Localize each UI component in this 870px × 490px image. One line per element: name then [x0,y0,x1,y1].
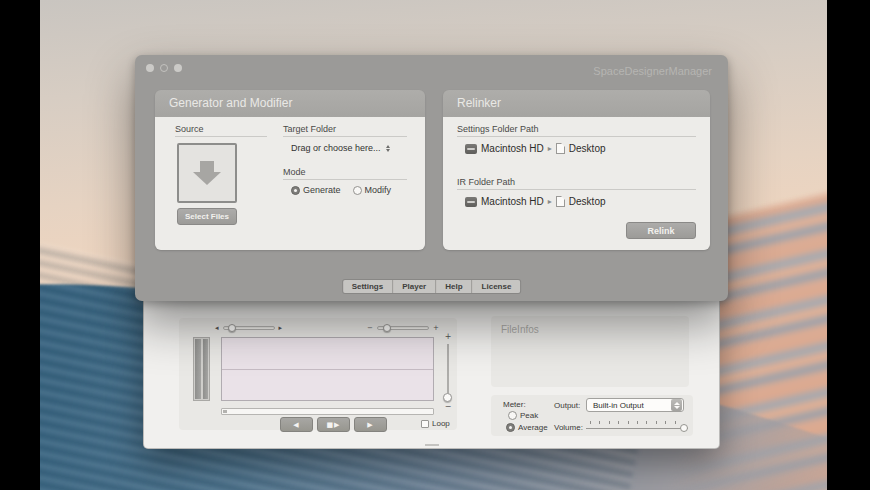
pan-slider[interactable]: ◂ ▸ [215,323,282,333]
pan-left-icon: ◂ [215,323,219,333]
relink-button[interactable]: Relink [626,222,696,239]
source-drop-zone[interactable] [177,143,237,203]
loop-label: Loop [432,419,450,428]
modify-radio[interactable] [353,186,362,195]
peak-radio[interactable] [508,411,517,420]
zoom-minus-icon: − [367,323,373,333]
generator-panel-body: Source Select Files Target Folder Drag o… [155,117,425,250]
tab-license[interactable]: License [473,280,521,293]
level-meter-bar [195,339,201,399]
ir-folder-path-label: IR Folder Path [457,177,515,187]
generate-radio[interactable] [291,186,300,195]
transport-controls: ◀ ■▶ ▶ [280,417,387,432]
player-controls-group: ◂ ▸ − + + − ◀ ■▶ ▶ [179,318,457,430]
player-window: ◂ ▸ − + + − ◀ ■▶ ▶ [143,295,720,449]
vertical-minus-icon: − [441,403,455,411]
output-value: Built-in Output [587,401,671,410]
audio-settings-group: Meter: Peak Average Output: Built-in Out… [491,395,693,436]
loop-checkbox[interactable] [421,420,429,428]
peak-label: Peak [520,411,538,420]
down-arrow-icon [200,161,214,172]
settings-folder-path-crumb[interactable]: Macintosh HD ▸ Desktop [465,143,606,154]
folder-doc-icon [556,196,565,207]
tab-settings[interactable]: Settings [343,280,394,293]
target-folder-value: Drag or choose here... [291,143,381,153]
folder-doc-icon [556,143,565,154]
zoom-slider-track[interactable] [377,326,429,330]
dropdown-stepper-icon [671,399,682,411]
waveform-scrollbar[interactable] [221,408,434,415]
relinker-panel-body: Settings Folder Path Macintosh HD ▸ Desk… [443,117,710,250]
meter-label: Meter: [503,400,526,409]
down-arrow-icon [193,172,221,185]
volume-name: Macintosh HD [481,196,544,207]
level-meter-bar [203,339,209,399]
space-designer-manager-window: SpaceDesignerManager Generator and Modif… [135,55,728,301]
mode-option-modify[interactable]: Modify [353,185,392,195]
settings-folder-path-label: Settings Folder Path [457,124,539,134]
average-radio[interactable] [506,423,515,432]
modify-label: Modify [365,185,392,195]
window-title: SpaceDesignerManager [593,65,712,77]
zoom-button[interactable] [174,64,182,72]
generator-panel: Generator and Modifier Source Select Fil… [155,90,425,250]
minimize-button[interactable] [160,64,168,72]
file-infos-box: FileInfos [491,316,689,387]
volume-track [586,428,688,429]
vertical-zoom-slider[interactable]: + − [441,333,455,427]
meter-option-average[interactable]: Average [506,423,548,432]
folder-name: Desktop [569,196,606,207]
ir-folder-path-crumb[interactable]: Macintosh HD ▸ Desktop [465,196,606,207]
output-label: Output: [554,401,580,410]
folder-name: Desktop [569,143,606,154]
loop-option: Loop [421,419,450,428]
relinker-panel: Relinker Settings Folder Path Macintosh … [443,90,710,250]
path-separator-icon: ▸ [548,197,552,206]
zoom-slider-thumb[interactable] [383,324,391,332]
divider [283,179,407,180]
tab-help[interactable]: Help [436,280,472,293]
tab-player[interactable]: Player [393,280,436,293]
section-tabs: Settings Player Help License [343,280,521,293]
vertical-slider-thumb[interactable] [443,393,452,402]
target-folder-popup[interactable]: Drag or choose here... [291,143,390,153]
divider [457,136,696,137]
divider [283,136,407,137]
waveform-display [221,337,434,401]
window-controls [146,64,182,72]
volume-name: Macintosh HD [481,143,544,154]
mode-label: Mode [283,167,306,177]
rewind-button[interactable]: ◀ [280,417,313,432]
window-resize-grip[interactable] [425,444,439,446]
close-button[interactable] [146,64,154,72]
popup-arrows-icon [386,145,390,152]
output-select[interactable]: Built-in Output [586,398,684,412]
volume-thumb[interactable] [680,424,688,432]
source-label: Source [175,124,204,134]
target-folder-label: Target Folder [283,124,336,134]
vertical-plus-icon: + [441,333,455,341]
mode-option-generate[interactable]: Generate [291,185,341,195]
volume-label: Volume: [554,423,583,432]
pan-right-icon: ▸ [279,323,283,333]
hard-drive-icon [465,144,477,154]
volume-ticks [590,421,684,424]
zoom-slider[interactable]: − + [367,323,439,333]
play-button[interactable]: ▶ [354,417,387,432]
divider [457,189,696,190]
generator-panel-title: Generator and Modifier [155,90,425,117]
path-separator-icon: ▸ [548,144,552,153]
average-label: Average [518,423,548,432]
divider [175,136,267,137]
level-meter [193,337,210,401]
vertical-slider-track[interactable] [447,344,449,400]
mode-options: Generate Modify [291,185,391,195]
pan-slider-track[interactable] [223,326,275,330]
meter-option-peak[interactable]: Peak [508,411,538,420]
select-files-button[interactable]: Select Files [177,208,237,225]
generate-label: Generate [303,185,341,195]
pan-slider-thumb[interactable] [228,324,236,332]
hard-drive-icon [465,197,477,207]
volume-slider[interactable] [586,420,688,433]
stop-play-button[interactable]: ■▶ [317,417,350,432]
